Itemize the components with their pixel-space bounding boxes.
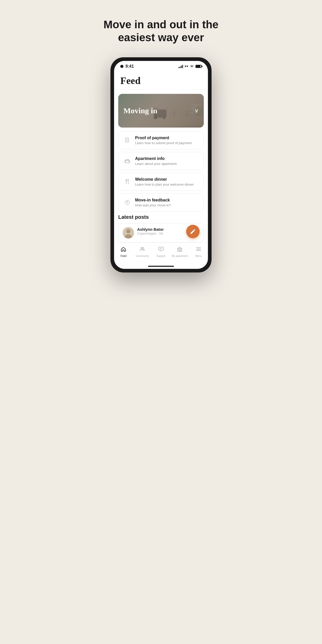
nav-item-apartment[interactable]: My apartment <box>170 245 189 258</box>
svg-rect-34 <box>178 249 182 251</box>
page-headline: Move in and out in the easiest way ever <box>103 18 218 44</box>
dinner-subtitle: Learn how to plan your welcome dinner <box>135 183 199 186</box>
moving-in-banner[interactable]: Moving in ∨ <box>118 94 204 128</box>
bottom-nav: Feed Community <box>114 242 208 264</box>
nav-label-menu: Menu <box>195 255 202 257</box>
dinner-title: Welcome dinner <box>135 177 199 182</box>
avatar <box>123 227 134 239</box>
phone-screen: 9:41 ▾▾ <box>114 61 208 269</box>
camera-dot <box>120 65 123 68</box>
feed-title: Feed <box>120 75 202 86</box>
couch-icon <box>123 157 131 165</box>
feedback-subtitle: How was your move-in? <box>135 203 199 207</box>
nav-item-menu[interactable]: Menu <box>189 245 208 258</box>
question-icon <box>123 198 131 207</box>
svg-point-28 <box>127 203 128 204</box>
apt-title: Apartment info <box>135 156 199 161</box>
apt-subtitle: Learn about your apartment <box>135 162 199 166</box>
svg-rect-14 <box>125 138 129 142</box>
nav-label-community: Community <box>136 255 149 257</box>
support-icon <box>158 246 164 254</box>
apartment-icon <box>177 246 183 254</box>
list-item[interactable]: Apartment info Learn about your apartmen… <box>118 152 204 170</box>
list-item[interactable]: Move-in feedback How was your move-in? <box>118 193 204 212</box>
status-time-label: 9:41 <box>125 64 134 69</box>
nav-item-community[interactable]: Community <box>133 245 151 258</box>
list-item[interactable]: Welcome dinner Learn how to plan your we… <box>118 173 204 191</box>
svg-point-32 <box>141 247 142 249</box>
nav-label-feed: Feed <box>121 255 127 257</box>
latest-posts-label: Latest posts <box>118 214 204 220</box>
fab-button[interactable] <box>186 225 200 238</box>
doc-icon <box>123 136 131 144</box>
proof-title: Proof of payment <box>135 136 199 140</box>
nav-label-support: Support <box>157 255 166 257</box>
phone-mockup: 9:41 ▾▾ <box>110 57 212 272</box>
menu-icon <box>196 246 201 254</box>
community-icon <box>139 246 145 254</box>
feedback-title: Move-in feedback <box>135 198 199 202</box>
signal-icon <box>178 65 183 68</box>
banner-title: Moving in <box>123 106 157 115</box>
feed-header: Feed <box>114 71 208 90</box>
wifi-icon: ▾▾ <box>185 64 188 68</box>
svg-point-30 <box>126 229 130 233</box>
list-item[interactable]: Proof of payment Learn how to submit pro… <box>118 131 204 149</box>
status-bar: 9:41 ▾▾ <box>114 61 208 71</box>
home-icon <box>121 246 126 254</box>
home-indicator <box>114 264 208 269</box>
nav-item-support[interactable]: Support <box>152 245 170 258</box>
banner-chevron: ∨ <box>194 107 199 114</box>
nav-item-feed[interactable]: Feed <box>114 245 133 258</box>
feed-body: Moving in ∨ Proof <box>114 90 208 242</box>
pen-icon <box>190 228 196 235</box>
svg-rect-35 <box>179 250 180 251</box>
svg-rect-36 <box>180 250 181 251</box>
proof-subtitle: Learn how to submit proof of payment <box>135 141 199 145</box>
wifi-icon-svg <box>190 65 194 68</box>
battery-icon <box>195 65 202 68</box>
svg-point-33 <box>143 247 144 249</box>
nav-label-apartment: My apartment <box>172 255 188 257</box>
fork-icon <box>123 178 131 186</box>
